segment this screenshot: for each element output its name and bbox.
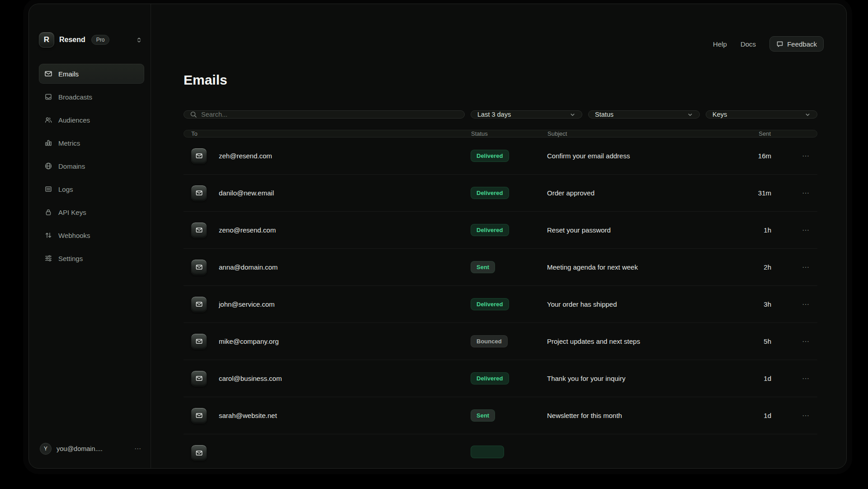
recipient-email: danilo@new.email <box>219 189 274 197</box>
sidebar-item-audiences[interactable]: Audiences <box>39 110 144 130</box>
sidebar-item-broadcasts[interactable]: Broadcasts <box>39 87 144 107</box>
sidebar-item-label: Domains <box>58 162 85 170</box>
status-cell: Delivered <box>471 150 547 162</box>
feedback-label: Feedback <box>787 40 817 48</box>
sent-time: 31m <box>733 189 771 197</box>
envelope-icon <box>191 222 207 238</box>
search-input-container <box>184 110 465 119</box>
mail-icon <box>44 70 52 78</box>
table-row[interactable]: danilo@new.email Delivered Order approve… <box>184 175 817 212</box>
globe-icon <box>44 162 52 170</box>
keys-dropdown[interactable]: Keys <box>706 110 817 119</box>
row-menu-ellipsis-icon[interactable]: ⋯ <box>771 300 810 309</box>
email-table-body: zeh@resend.com Delivered Confirm your em… <box>184 138 817 469</box>
sidebar-item-emails[interactable]: Emails <box>39 64 144 84</box>
recipient-email: zeh@resend.com <box>219 152 272 160</box>
column-header-sent: Sent <box>732 130 771 137</box>
status-value: Status <box>595 111 613 118</box>
table-row[interactable]: john@service.com Delivered Your order ha… <box>184 286 817 323</box>
filter-row: Last 3 days Status Keys <box>184 110 817 119</box>
sidebar-item-label: API Keys <box>58 209 86 216</box>
subject-cell: Order approved <box>547 189 733 197</box>
sidebar-item-label: Settings <box>58 255 83 262</box>
bar-chart-icon <box>44 139 52 147</box>
user-email: you@domain.... <box>57 445 103 452</box>
sidebar-item-domains[interactable]: Domains <box>39 156 144 176</box>
sidebar-item-label: Broadcasts <box>58 93 92 101</box>
docs-link[interactable]: Docs <box>741 40 756 48</box>
recipient-cell <box>191 445 471 461</box>
chevron-updown-icon[interactable] <box>136 37 142 43</box>
resend-logo-icon: R <box>39 32 54 47</box>
row-menu-ellipsis-icon[interactable]: ⋯ <box>771 374 810 383</box>
sent-time: 3h <box>733 300 771 308</box>
inbox-icon <box>44 93 52 101</box>
envelope-icon <box>191 296 207 313</box>
recipient-email: sarah@website.net <box>219 412 277 419</box>
row-menu-ellipsis-icon[interactable]: ⋯ <box>771 263 810 271</box>
recipient-cell: zeh@resend.com <box>191 148 471 164</box>
sidebar-item-metrics[interactable]: Metrics <box>39 133 144 153</box>
logs-icon <box>44 185 52 193</box>
status-cell: Bounced <box>471 335 547 347</box>
topbar: Help Docs Feedback <box>184 36 824 52</box>
sent-time: 1h <box>733 226 771 234</box>
arrows-up-down-icon <box>44 231 52 239</box>
app-window: R Resend Pro Emails Broadcasts <box>28 4 847 469</box>
row-menu-ellipsis-icon[interactable]: ⋯ <box>771 152 810 160</box>
row-menu-ellipsis-icon[interactable]: ⋯ <box>771 411 810 420</box>
date-range-value: Last 3 days <box>477 111 511 118</box>
row-menu-ellipsis-icon[interactable]: ⋯ <box>771 337 810 346</box>
table-row[interactable]: zeh@resend.com Delivered Confirm your em… <box>184 138 817 175</box>
feedback-button[interactable]: Feedback <box>769 36 824 52</box>
sidebar-item-api-keys[interactable]: API Keys <box>39 202 144 222</box>
status-badge: Sent <box>471 409 495 422</box>
sidebar-item-webhooks[interactable]: Webhooks <box>39 225 144 245</box>
status-dropdown[interactable]: Status <box>588 110 700 119</box>
row-menu-ellipsis-icon[interactable]: ⋯ <box>771 226 810 234</box>
sidebar-item-label: Emails <box>58 70 79 78</box>
status-badge: Delivered <box>471 298 509 310</box>
sidebar-item-logs[interactable]: Logs <box>39 179 144 199</box>
workspace-switcher[interactable]: R Resend Pro <box>39 32 144 47</box>
sidebar-item-label: Audiences <box>58 116 90 124</box>
user-menu[interactable]: Y you@domain.... ⋯ <box>39 441 144 456</box>
sent-time: 5h <box>733 337 771 345</box>
sliders-icon <box>44 254 52 262</box>
status-badge <box>471 446 504 458</box>
table-row[interactable] <box>184 434 817 469</box>
recipient-cell: danilo@new.email <box>191 185 471 201</box>
help-link[interactable]: Help <box>713 40 727 48</box>
sidebar-item-label: Logs <box>58 185 73 193</box>
table-row[interactable]: anna@domain.com Sent Meeting agenda for … <box>184 249 817 286</box>
subject-cell: Newsletter for this month <box>547 412 733 419</box>
brand-name: Resend <box>59 36 85 44</box>
subject-cell: Confirm your email address <box>547 152 733 160</box>
recipient-email: zeno@resend.com <box>219 226 276 234</box>
subject-cell: Your order has shipped <box>547 300 733 308</box>
envelope-icon <box>191 445 207 461</box>
column-header-status: Status <box>471 130 547 137</box>
table-row[interactable]: mike@company.org Bounced Project updates… <box>184 323 817 360</box>
sidebar-item-settings[interactable]: Settings <box>39 248 144 268</box>
ellipsis-icon[interactable]: ⋯ <box>134 445 142 453</box>
sent-time: 1d <box>733 375 771 382</box>
recipient-email: john@service.com <box>219 300 275 308</box>
envelope-icon <box>191 333 207 350</box>
table-row[interactable]: zeno@resend.com Delivered Reset your pas… <box>184 212 817 249</box>
plan-badge: Pro <box>91 35 110 45</box>
avatar: Y <box>40 443 52 455</box>
status-cell: Sent <box>471 261 547 273</box>
date-range-dropdown[interactable]: Last 3 days <box>471 110 582 119</box>
main-content: Help Docs Feedback Emails Last 3 days <box>151 4 846 468</box>
row-menu-ellipsis-icon[interactable]: ⋯ <box>771 189 810 197</box>
sent-time: 1d <box>733 412 771 419</box>
table-row[interactable]: carol@business.com Delivered Thank you f… <box>184 360 817 397</box>
recipient-cell: sarah@website.net <box>191 408 471 424</box>
table-row[interactable]: sarah@website.net Sent Newsletter for th… <box>184 397 817 434</box>
status-badge: Delivered <box>471 224 509 236</box>
subject-cell: Project updates and next steps <box>547 337 733 345</box>
status-badge: Sent <box>471 261 495 273</box>
search-input[interactable] <box>201 111 458 118</box>
status-cell: Delivered <box>471 298 547 310</box>
